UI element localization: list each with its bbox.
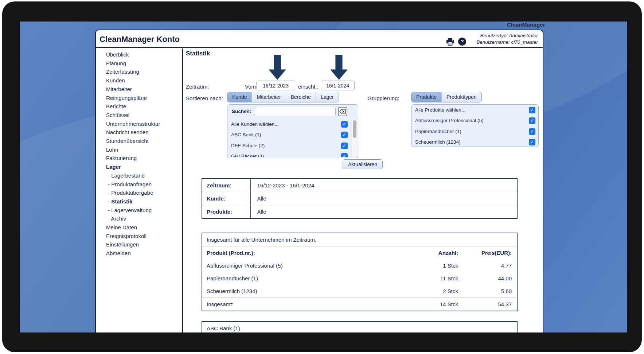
aktualisieren-button[interactable]: Aktualisieren (343, 159, 383, 169)
sidebar-item-reinigungsplaene[interactable]: Reinigungspläne (96, 94, 182, 102)
sidebar-item-kunden[interactable]: Kunden (96, 76, 182, 85)
sidebar-item-lager[interactable]: Lager (96, 163, 182, 171)
einschl-date-input[interactable] (321, 81, 355, 90)
sort-tabgroup: Kunde Mitarbeiter Bereiche Lager (227, 92, 339, 102)
list-item-papierhandtuecher[interactable]: Papierhandtücher (1) ✓ (411, 127, 538, 137)
sidebar-item-produktanfragen[interactable]: - Produktanfragen (96, 180, 182, 189)
print-icon[interactable] (446, 38, 454, 46)
background-window-logo: CleanManager (507, 22, 545, 28)
sidebar-item-mitarbeiter[interactable]: Mitarbeiter (96, 85, 182, 94)
vom-label: Vom: (245, 83, 257, 90)
sidebar-item-schluessel[interactable]: Schlüssel (96, 111, 182, 120)
tab-bereiche[interactable]: Bereiche (286, 92, 316, 102)
zeitraum-label: Zeitraum: (186, 83, 209, 90)
table-row: Zeitraum: 16/12-2023 - 16/1-2024 (202, 179, 517, 192)
sidebar-item-meine-daten[interactable]: Meine Daten (96, 223, 182, 232)
list-item-abflussreiniger[interactable]: Abflussreiniger Professional (5) ✓ (411, 116, 538, 126)
totals-table: Insgesamt für alle Unternehmen im Zeitra… (202, 233, 518, 311)
tab-kunde[interactable]: Kunde (227, 92, 251, 102)
sidebar-item-zeiterfassung[interactable]: Zeiterfassung (96, 67, 182, 76)
sidebar-item-ereignisprotokoll[interactable]: Ereignisprotokoll (96, 232, 182, 241)
summary-label: Zeitraum: (202, 179, 250, 192)
sidebar-item-lagerbestand[interactable]: - Lagerbestand (96, 171, 182, 180)
sidebar-item-nachricht-senden[interactable]: Nachricht senden (96, 128, 182, 137)
sidebar-item-planung[interactable]: Planung (96, 59, 182, 68)
kunden-list-scrollbar[interactable] (352, 120, 357, 157)
tab-produkte[interactable]: Produkte (411, 92, 441, 102)
sidebar-item-ueberblick[interactable]: Überblick (96, 50, 182, 59)
summary-label: Produkte: (202, 205, 250, 219)
screenshot-stage: CleanManager CleanManager Konto (0, 0, 644, 354)
tab-mitarbeiter[interactable]: Mitarbeiter (251, 92, 285, 102)
sidebar-item-unternehmensstruktur[interactable]: Unternehmensstruktur (96, 120, 182, 128)
user-info: Benutzertyp: Administrator Benutzername:… (476, 32, 538, 46)
cell-total-anzahl: 14 Stck (408, 298, 459, 311)
table-row: Papierhandtücher (1) 11 Stck 44,00 (202, 272, 517, 285)
checkbox-checked-icon[interactable]: ✓ (529, 107, 535, 113)
sidebar-item-berichte[interactable]: Berichte (96, 102, 182, 111)
user-name: Benutzername: cl70_master (476, 39, 538, 46)
cell-anzahl: 2 Stck (408, 285, 459, 298)
clear-search-icon[interactable] (338, 107, 347, 116)
sortieren-label: Sortieren nach: (186, 95, 223, 101)
table-header-row: Produkt (Prod.nr.): Anzahl: Preis(EUR): (202, 246, 517, 260)
checkbox-checked-icon[interactable]: ✓ (529, 139, 535, 145)
list-item-abc-bank[interactable]: ABC Bank (1) ✓ (227, 130, 358, 140)
table-caption: Insgesamt für alle Unternehmen im Zeitra… (202, 233, 517, 246)
section-heading: Statistik (186, 50, 210, 57)
gruppierung-tabgroup: Produkte Produkttypen (411, 92, 482, 102)
table-total-row: Insgesamt: 14 Stck 54,37 (202, 298, 517, 311)
checkbox-checked-icon[interactable]: ✓ (341, 153, 348, 157)
help-icon[interactable]: ? (458, 38, 466, 46)
cell-product: Papierhandtücher (1) (202, 272, 408, 285)
vom-date-input[interactable] (256, 81, 295, 90)
cleanmanager-window: CleanManager Konto ? Benutzer (95, 30, 543, 332)
summary-value: 16/12-2023 - 16/1-2024 (250, 179, 517, 192)
sidebar-item-statistik[interactable]: - Statistik (96, 197, 182, 206)
user-type: Benutzertyp: Administrator (476, 32, 538, 39)
screen-bezel: CleanManager CleanManager Konto (2, 1, 642, 352)
checkbox-checked-icon[interactable]: ✓ (529, 128, 535, 135)
gruppierung-label: Gruppierung: (367, 95, 399, 101)
sidebar-item-fakturierung[interactable]: Fakturierung (96, 154, 182, 163)
sidebar-item-stundenuebersicht[interactable]: Stundenübersicht (96, 137, 182, 145)
kunden-list: Alle Kunden wählen... ✓ ABC Bank (1) ✓ D… (227, 119, 358, 157)
next-table-first-row: ABC Bank (1) (207, 325, 240, 331)
cell-preis: 5,60 (459, 285, 517, 298)
table-row: Produkte: Alle (202, 205, 517, 219)
checkbox-checked-icon[interactable]: ✓ (341, 143, 348, 149)
sidebar-nav: Überblick Planung Zeiterfassung Kunden M… (96, 48, 183, 332)
list-item-def-schule[interactable]: DEF Schule (2) ✓ (227, 141, 358, 151)
einschl-label: einschl.: (298, 83, 318, 90)
sidebar-item-einstellungen[interactable]: Einstellungen (96, 240, 182, 249)
list-item-scheuermilch[interactable]: Scheuermilch (1234) ✓ (411, 137, 538, 146)
scrollbar-thumb[interactable] (353, 120, 356, 138)
desktop-background: CleanManager CleanManager Konto (20, 22, 627, 332)
summary-value: Alle (250, 205, 517, 219)
sidebar-item-lagerverwaltung[interactable]: - Lagerverwaltung (96, 206, 182, 215)
cell-preis: 4,77 (459, 259, 517, 272)
sidebar-item-lohn[interactable]: Lohn (96, 145, 182, 154)
sidebar-item-archiv[interactable]: - Archiv (96, 214, 182, 223)
checkbox-checked-icon[interactable]: ✓ (341, 132, 348, 138)
cell-product: Abflussreiniger Professional (5) (202, 259, 408, 272)
search-label: Suchen: (232, 109, 251, 114)
checkbox-checked-icon[interactable]: ✓ (529, 117, 535, 124)
sidebar-item-abmelden[interactable]: Abmelden (96, 249, 182, 258)
tab-lager[interactable]: Lager (316, 92, 339, 102)
sidebar-item-produktuebergabe[interactable]: - Produktübergabe (96, 188, 182, 197)
produkte-filter-panel: Alle Produkte wählen... ✓ Abflussreinige… (411, 104, 539, 147)
cell-anzahl: 11 Stck (408, 272, 459, 285)
window-header: CleanManager Konto ? Benutzer (96, 30, 543, 48)
next-table-partial: ABC Bank (1) (202, 321, 518, 332)
list-item-ghi-baecker[interactable]: GHI Bäcker (3) ✓ (227, 151, 358, 157)
col-header-anzahl: Anzahl: (408, 246, 459, 260)
list-item-alle-produkte[interactable]: Alle Produkte wählen... ✓ (411, 105, 538, 116)
summary-label: Kunde: (202, 192, 250, 205)
search-input[interactable] (254, 107, 336, 116)
tab-produkttypen[interactable]: Produkttypen (441, 92, 481, 102)
list-item-alle-kunden[interactable]: Alle Kunden wählen... ✓ (227, 119, 358, 130)
checkbox-checked-icon[interactable]: ✓ (341, 121, 348, 128)
filter-summary-table: Zeitraum: 16/12-2023 - 16/1-2024 Kunde: … (202, 178, 518, 219)
search-row: Suchen: (227, 105, 358, 119)
